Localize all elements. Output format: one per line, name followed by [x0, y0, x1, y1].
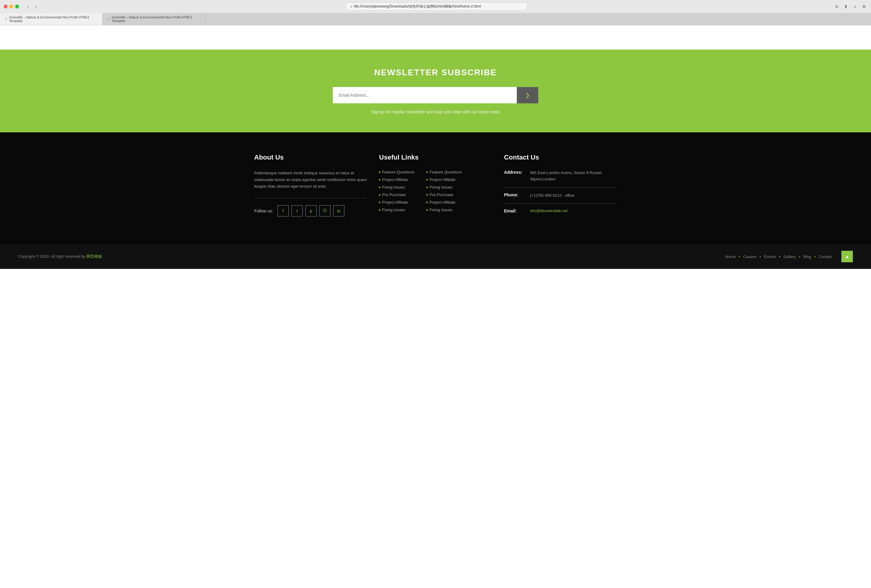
follow-us-label: Follow us: — [254, 208, 273, 213]
nav-dot-1: ● — [739, 255, 740, 258]
back-button[interactable]: ‹ — [24, 3, 31, 10]
split-view-button[interactable]: ⧉ — [861, 3, 867, 10]
tab-2-label: Greenlife – Nature & Environmental Non-P… — [112, 15, 201, 22]
link-feature-q-1[interactable]: Feature Questions — [379, 170, 415, 174]
about-title: About Us — [254, 154, 367, 162]
footer-nav-blog[interactable]: Blog — [803, 254, 811, 259]
list-item: Project Affiliate — [427, 177, 462, 182]
link-pre-purchase-2[interactable]: Pre Purchase — [427, 193, 462, 197]
page-content: NEWSLETTER SUBSCRIBE ❯ Signup for regula… — [0, 25, 871, 269]
list-item: Project Affiliate — [427, 200, 462, 205]
email-row: Email: info@bluewindlab.net — [504, 208, 617, 218]
list-item: Project Affiliate — [379, 200, 415, 205]
twitter-icon[interactable]: t — [291, 205, 303, 217]
phone-label: Phone: — [504, 193, 525, 197]
close-button[interactable] — [4, 4, 7, 9]
tab-2[interactable]: ⊘ Greenlife – Nature & Environmental Non… — [103, 13, 205, 25]
browser-chrome: ‹ › ⊘ file:///Users/janewang/Downloads/绿… — [0, 0, 871, 25]
forward-button[interactable]: › — [33, 3, 40, 10]
address-value: 965 East London Avenu, Sector 9 Russel S… — [530, 170, 617, 183]
about-text: Pellentesque habitant morbi tristique se… — [254, 170, 367, 190]
minimize-button[interactable] — [9, 4, 13, 9]
browser-titlebar: ‹ › ⊘ file:///Users/janewang/Downloads/绿… — [0, 0, 871, 13]
link-project-affiliate-2[interactable]: Project Affiliate — [379, 200, 415, 205]
list-item: Pre Purchase — [379, 193, 415, 197]
link-project-affiliate-1[interactable]: Project Affiliate — [379, 177, 415, 182]
email-link[interactable]: info@bluewindlab.net — [530, 208, 568, 213]
footer-dark: About Us Pellentesque habitant morbi tri… — [0, 132, 871, 244]
security-icon: ⊘ — [350, 5, 352, 8]
social-icons: f t p ⓒ in — [277, 205, 344, 217]
email-label: Email: — [504, 208, 525, 213]
tab-1-label: Greenlife – Nature & Environmental Non-P… — [9, 15, 97, 22]
follow-us-row: Follow us: f t p ⓒ in — [254, 205, 367, 217]
copyright-text: Copyright © 2016. All right reserved by … — [18, 254, 102, 259]
nav-dot-5: ● — [814, 255, 816, 258]
link-fixing-issues-4[interactable]: Fixing Issues — [427, 208, 462, 212]
linkedin-icon[interactable]: in — [333, 205, 344, 217]
facebook-icon[interactable]: f — [277, 205, 289, 217]
list-item: Project Affiliate — [379, 177, 415, 182]
list-item: Fixing Issues — [379, 208, 415, 212]
refresh-button[interactable]: ↻ — [834, 3, 840, 10]
footer-nav-gallery[interactable]: Gallery — [783, 254, 796, 259]
footer-nav: Home ● Causes ● Events ● Gallery ● Blog … — [725, 251, 853, 262]
link-project-affiliate-4[interactable]: Project Affiliate — [427, 200, 462, 205]
footer-nav-contact[interactable]: Contact — [819, 254, 832, 259]
link-fixing-issues-1[interactable]: Fixing Issues — [379, 185, 415, 190]
tab-icon-2: ⊘ — [108, 18, 110, 21]
list-item: Feature Questions — [379, 170, 415, 174]
tab-1[interactable]: ⊘ Greenlife – Nature & Environmental Non… — [0, 13, 103, 25]
instagram-icon[interactable]: ⓒ — [319, 205, 331, 217]
white-top-area — [0, 25, 871, 49]
footer-contact-col: Contact Us Address: 965 East London Aven… — [504, 154, 617, 223]
email-input[interactable] — [333, 87, 517, 103]
footer-links-col: Useful Links Feature Questions Project A… — [379, 154, 504, 223]
address-bar[interactable]: ⊘ file:///Users/janewang/Downloads/绿色环保公… — [346, 2, 527, 10]
traffic-lights — [4, 4, 19, 9]
copyright-static: Copyright © 2016. All right reserved by — [18, 254, 85, 259]
divider — [254, 198, 367, 199]
link-feature-q-2[interactable]: Feature Questions — [427, 170, 462, 174]
copyright-link[interactable]: 网页模板 — [87, 254, 102, 259]
footer-nav-home[interactable]: Home — [725, 254, 736, 259]
useful-links-title: Useful Links — [379, 154, 492, 162]
links-list-1: Feature Questions Project Affiliate Fixi… — [379, 170, 415, 215]
new-tab-button[interactable]: + — [852, 3, 858, 10]
footer-bottom-bar: Copyright © 2016. All right reserved by … — [0, 244, 871, 269]
contact-title: Contact Us — [504, 154, 617, 162]
pinterest-icon[interactable]: p — [305, 205, 317, 217]
newsletter-form: ❯ — [333, 87, 538, 103]
phone-value: (+1)755-650-5212 - office — [530, 193, 575, 199]
list-item: Fixing Issues — [427, 208, 462, 212]
list-item: Pre Purchase — [427, 193, 462, 197]
address-row: Address: 965 East London Avenu, Sector 9… — [504, 170, 617, 188]
link-project-affiliate-3[interactable]: Project Affiliate — [427, 177, 462, 182]
links-list-2: Feature Questions Project Affiliate Fixi… — [427, 170, 462, 215]
link-pre-purchase-1[interactable]: Pre Purchase — [379, 193, 415, 197]
link-fixing-issues-2[interactable]: Fixing Issues — [379, 208, 415, 212]
maximize-button[interactable] — [15, 4, 19, 9]
newsletter-section: NEWSLETTER SUBSCRIBE ❯ Signup for regula… — [0, 49, 871, 132]
useful-links-inner: Feature Questions Project Affiliate Fixi… — [379, 170, 492, 215]
link-fixing-issues-3[interactable]: Fixing Issues — [427, 185, 462, 190]
nav-dot-3: ● — [779, 255, 780, 258]
nav-dot-2: ● — [759, 255, 761, 258]
footer-nav-causes[interactable]: Causes — [743, 254, 756, 259]
address-label: Address: — [504, 170, 525, 175]
newsletter-submit-button[interactable]: ❯ — [517, 87, 538, 103]
scroll-to-top-button[interactable]: ▲ — [841, 251, 853, 262]
footer-about-col: About Us Pellentesque habitant morbi tri… — [254, 154, 379, 223]
footer-columns: About Us Pellentesque habitant morbi tri… — [254, 154, 617, 223]
browser-tabs: ⊘ Greenlife – Nature & Environmental Non… — [0, 13, 871, 25]
list-item: Fixing Issues — [427, 185, 462, 190]
arrow-icon: ❯ — [525, 92, 530, 99]
newsletter-subtext: Signup for regular newsletter and stay u… — [6, 109, 865, 114]
url-text: file:///Users/janewang/Downloads/绿色环保公益网… — [354, 4, 481, 9]
share-button[interactable]: ⬆ — [843, 3, 849, 10]
phone-row: Phone: (+1)755-650-5212 - office — [504, 193, 617, 204]
tab-icon: ⊘ — [5, 18, 7, 21]
nav-dot-4: ● — [799, 255, 800, 258]
newsletter-title: NEWSLETTER SUBSCRIBE — [6, 68, 865, 77]
footer-nav-events[interactable]: Events — [764, 254, 776, 259]
